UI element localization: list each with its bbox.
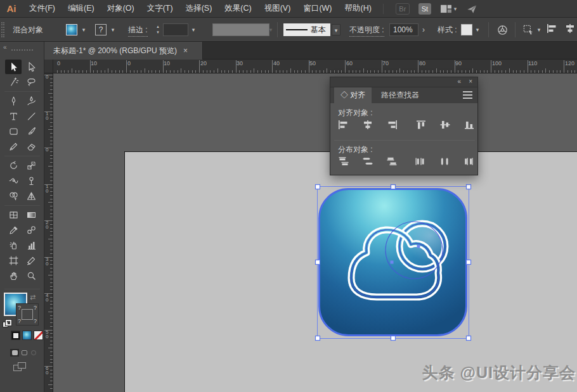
column-graph-tool[interactable] [23, 238, 39, 253]
collapse-panel-icon[interactable]: « [3, 44, 7, 51]
gradient-tool[interactable] [23, 208, 39, 222]
symbol-sprayer-tool[interactable] [5, 238, 22, 253]
menu-item-3[interactable]: 对象(O) [101, 0, 141, 17]
draw-normal-button[interactable] [10, 349, 19, 357]
horizontal-distribute-right-button[interactable] [461, 155, 477, 168]
hand-tool[interactable] [5, 269, 22, 283]
none-mode-button[interactable] [34, 331, 43, 340]
menu-item-7[interactable]: 视图(V) [258, 0, 297, 17]
stroke-style-dropdown[interactable]: 基本 [283, 23, 330, 36]
puppet-warp-tool[interactable] [23, 174, 39, 188]
style-dropdown-caret[interactable]: ▾ [473, 24, 482, 35]
select-similar-caret[interactable]: ▾ [535, 24, 543, 35]
paintbrush-tool[interactable] [23, 124, 39, 139]
document-tab[interactable]: 未标题-1* @ 200% (RGB/GPU 预览) × [44, 42, 203, 60]
stock-button[interactable]: St [418, 3, 431, 15]
swap-fill-stroke-icon[interactable]: ⇄ [30, 293, 36, 301]
lasso-tool[interactable] [23, 75, 39, 89]
workspace-switcher[interactable]: ▾ [440, 4, 457, 14]
vertical-distribute-top-button[interactable] [335, 155, 352, 168]
recolor-artwork-button[interactable] [495, 23, 509, 37]
panel-menu-icon[interactable] [463, 91, 472, 99]
vertical-align-center-button[interactable] [437, 118, 453, 131]
menu-item-2[interactable]: 编辑(E) [62, 0, 101, 17]
ruler-origin-corner[interactable] [44, 60, 53, 73]
style-swatch[interactable] [461, 24, 472, 35]
align-left-button[interactable] [545, 23, 559, 37]
anchor-point[interactable] [417, 245, 420, 248]
horizontal-align-center-button[interactable] [360, 118, 376, 131]
stroke-dropdown-caret[interactable]: ▾ [108, 24, 117, 35]
horizontal-distribute-left-button[interactable] [413, 155, 429, 168]
selection-tool[interactable] [5, 60, 22, 74]
zoom-tool[interactable] [23, 269, 39, 283]
menu-item-9[interactable]: 帮助(H) [339, 0, 378, 17]
panel-drag-grip[interactable] [11, 49, 33, 51]
line-segment-tool[interactable] [23, 109, 39, 123]
selection-handle[interactable] [391, 185, 396, 189]
scale-tool[interactable] [23, 158, 39, 173]
opacity-input[interactable]: 100% [389, 23, 418, 36]
collapse-to-icons-icon[interactable]: « [457, 78, 461, 85]
horizontal-align-right-button[interactable] [384, 118, 400, 131]
direct-selection-tool[interactable] [23, 60, 39, 74]
pencil-tool[interactable] [5, 139, 22, 154]
panel-title-bar[interactable]: « × [330, 77, 477, 87]
vertical-distribute-center-button[interactable] [360, 155, 376, 168]
anchor-point[interactable] [391, 261, 394, 264]
stroke-weight-label[interactable]: 描边 : [128, 23, 148, 37]
color-mode-button[interactable] [11, 331, 20, 340]
eraser-tool[interactable] [23, 139, 39, 154]
selection-handle[interactable] [467, 185, 471, 189]
selection-handle[interactable] [391, 336, 396, 341]
select-similar-button[interactable] [521, 23, 535, 37]
horizontal-distribute-center-button[interactable] [437, 155, 453, 168]
stroke-weight-stepper[interactable]: ▴▾ [154, 23, 162, 36]
tab-align[interactable]: ◇ 对齐 [334, 87, 372, 103]
selection-handle[interactable] [467, 336, 471, 341]
type-tool[interactable] [5, 109, 22, 123]
slice-tool[interactable] [23, 253, 39, 268]
stroke-color-swatch[interactable]: ? [95, 24, 107, 35]
menu-item-1[interactable]: 文件(F) [23, 0, 62, 17]
rectangle-tool[interactable] [5, 124, 22, 139]
stroke-style-caret[interactable]: ▾ [332, 24, 340, 35]
stroke-weight-input[interactable] [163, 23, 188, 36]
mesh-tool[interactable] [5, 208, 22, 222]
draw-behind-button[interactable] [20, 349, 29, 357]
share-button[interactable] [465, 3, 478, 15]
tab-pathfinder[interactable]: 路径查找器 [375, 87, 425, 103]
selection-handle[interactable] [467, 260, 471, 265]
stroke-weight-caret[interactable]: ▾ [189, 24, 198, 35]
width-tool[interactable] [5, 174, 22, 188]
close-tab-icon[interactable]: × [183, 46, 188, 55]
magic-wand-tool[interactable] [5, 75, 22, 89]
artboard-tool[interactable] [5, 253, 22, 268]
default-fill-stroke-icon[interactable] [3, 320, 11, 327]
perspective-grid-tool[interactable] [23, 189, 39, 203]
stroke-proxy-swatch[interactable]: ? ? ? ? [16, 303, 39, 326]
vertical-align-bottom-button[interactable] [461, 118, 477, 131]
opacity-label[interactable]: 不透明度 : [349, 23, 384, 37]
horizontal-align-left-button[interactable] [335, 118, 352, 131]
panel-grip[interactable] [1, 22, 4, 37]
vertical-align-top-button[interactable] [413, 118, 429, 131]
bridge-button[interactable]: Br [396, 3, 410, 15]
curvature-tool[interactable] [23, 94, 39, 108]
fill-color-swatch[interactable] [66, 24, 77, 35]
selection-handle[interactable] [316, 260, 320, 265]
align-center-button[interactable] [563, 23, 577, 37]
pen-tool[interactable] [5, 94, 22, 108]
close-panel-icon[interactable]: × [469, 78, 472, 85]
vertical-distribute-bottom-button[interactable] [384, 155, 400, 168]
blend-tool[interactable] [23, 223, 39, 237]
fill-dropdown-caret[interactable]: ▾ [79, 24, 88, 35]
selection-handle[interactable] [316, 336, 320, 341]
menu-item-8[interactable]: 窗口(W) [297, 0, 338, 17]
eyedropper-tool[interactable] [5, 223, 22, 237]
menu-item-5[interactable]: 选择(S) [179, 0, 219, 17]
gradient-mode-button[interactable] [22, 331, 32, 340]
menu-item-4[interactable]: 文字(T) [141, 0, 179, 17]
menu-item-6[interactable]: 效果(C) [218, 0, 257, 17]
selection-handle[interactable] [316, 185, 320, 189]
